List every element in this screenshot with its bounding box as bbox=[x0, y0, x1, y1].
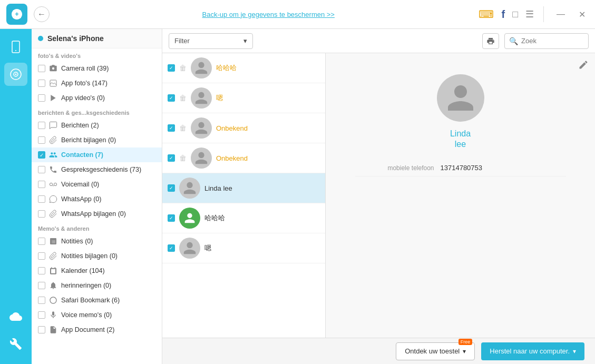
sidebar-item-safari-bookmark[interactable]: Safari Bookmark (6) bbox=[32, 293, 162, 308]
delete-contact-2[interactable]: 🗑 bbox=[179, 94, 187, 102]
checkbox-contact-7[interactable]: ✓ bbox=[168, 244, 175, 252]
sidebar-item-voicemail[interactable]: Voicemail (0) bbox=[32, 177, 162, 192]
restore-chevron-icon: ▾ bbox=[573, 348, 576, 355]
checkbox-app-document[interactable] bbox=[38, 326, 45, 333]
back-button[interactable]: ← bbox=[34, 6, 50, 22]
iconbar-music[interactable] bbox=[4, 63, 27, 86]
contact-row-4[interactable]: ✓ 🗑 Onbekend bbox=[162, 143, 325, 173]
checkbox-herinneringen[interactable] bbox=[38, 282, 45, 289]
avatar-contact-6 bbox=[179, 208, 200, 229]
camera-icon bbox=[48, 64, 58, 73]
video-icon bbox=[48, 93, 58, 103]
sidebar-item-voice-memos[interactable]: Voice memo's (0) bbox=[32, 308, 162, 322]
checkbox-voicemail[interactable] bbox=[38, 181, 45, 188]
contact-row-7[interactable]: ✓ 嗯 bbox=[162, 233, 325, 263]
checkbox-notities[interactable] bbox=[38, 238, 45, 245]
contact-row-1[interactable]: ✓ 🗑 哈哈哈 bbox=[162, 53, 325, 83]
checkbox-app-videos[interactable] bbox=[38, 94, 45, 102]
content-toolbar: Filter ▾ 🔍 bbox=[162, 29, 595, 53]
checkbox-camera-roll[interactable] bbox=[38, 65, 45, 72]
print-button[interactable] bbox=[482, 33, 499, 49]
checkbox-berichten[interactable] bbox=[38, 122, 45, 129]
sidebar-label-app-videos: App video's (0) bbox=[61, 94, 155, 102]
ornament-icon[interactable]: ⌨ bbox=[479, 8, 494, 21]
checkbox-contacten[interactable]: ✓ bbox=[38, 151, 45, 159]
titlebar: + ← Back-up om je gegevens te beschermen… bbox=[0, 0, 595, 29]
device-header: Selena's iPhone bbox=[32, 29, 162, 48]
sidebar-item-contacten[interactable]: ✓ Contacten (7) bbox=[32, 147, 162, 162]
bottom-bar: Free Ontdek uw toestel ▾ Herstel naar uw… bbox=[162, 338, 595, 364]
checkbox-whatsapp-bijlagen[interactable] bbox=[38, 210, 45, 218]
minimize-button[interactable]: — bbox=[553, 7, 568, 21]
discover-button[interactable]: Free Ontdek uw toestel ▾ bbox=[396, 342, 475, 360]
checkbox-contact-6[interactable]: ✓ bbox=[168, 214, 175, 222]
checkbox-bericht-bijlagen[interactable] bbox=[38, 136, 45, 144]
contact-row-5[interactable]: ✓ Linda lee bbox=[162, 173, 325, 203]
sidebar-label-safari-bookmark: Safari Bookmark (6) bbox=[61, 297, 155, 304]
checkbox-contact-4[interactable]: ✓ bbox=[168, 154, 175, 162]
delete-contact-4[interactable]: 🗑 bbox=[179, 154, 187, 162]
checkbox-contact-3[interactable]: ✓ bbox=[168, 124, 175, 132]
bijlagen-icon bbox=[48, 135, 58, 145]
facebook-icon[interactable]: f bbox=[501, 8, 505, 21]
close-button[interactable]: ✕ bbox=[576, 7, 589, 22]
sidebar-item-app-document[interactable]: App Document (2) bbox=[32, 322, 162, 337]
sidebar-item-notities[interactable]: Notities (0) bbox=[32, 234, 162, 249]
edit-contact-button[interactable] bbox=[578, 60, 589, 73]
content-area: Filter ▾ 🔍 ✓ 🗑 bbox=[162, 29, 595, 364]
titlebar-right: ⌨ f □ ☰ — ✕ bbox=[479, 6, 589, 22]
delete-contact-1[interactable]: 🗑 bbox=[179, 64, 187, 72]
backup-link-container: Back-up om je gegevens te beschermen >> bbox=[58, 11, 479, 18]
svg-point-6 bbox=[15, 74, 17, 75]
checkbox-gespreksgeschiedenis[interactable] bbox=[38, 166, 45, 173]
iconbar-tools[interactable] bbox=[4, 332, 27, 356]
sidebar-item-app-fotos[interactable]: App foto's (147) bbox=[32, 76, 162, 91]
checkbox-kalender[interactable] bbox=[38, 267, 45, 274]
sidebar-item-whatsapp-bijlagen[interactable]: WhatsApp bijlagen (0) bbox=[32, 206, 162, 221]
sidebar-label-berichten: Berichten (2) bbox=[61, 122, 155, 129]
checkbox-contact-1[interactable]: ✓ bbox=[168, 64, 175, 72]
sidebar-item-notities-bijlagen[interactable]: Notities bijlagen (0) bbox=[32, 249, 162, 263]
sidebar-item-berichten[interactable]: Berichten (2) bbox=[32, 118, 162, 133]
section-fotos-label: foto's & video's bbox=[32, 48, 162, 61]
section-berichten-label: berichten & ges...ksgeschiedenis bbox=[32, 105, 162, 118]
sidebar-item-gespreksgeschiedenis[interactable]: Gespreksgeschiedenis (73) bbox=[32, 162, 162, 177]
menu-icon[interactable]: ☰ bbox=[525, 8, 534, 20]
main-layout: Selena's iPhone foto's & video's Camera … bbox=[0, 29, 595, 364]
svg-point-3 bbox=[15, 50, 16, 51]
contact-row-2[interactable]: ✓ 🗑 嗯 bbox=[162, 83, 325, 113]
checkbox-whatsapp[interactable] bbox=[38, 195, 45, 203]
backup-link[interactable]: Back-up om je gegevens te beschermen >> bbox=[202, 11, 334, 18]
contact-name-2: 嗯 bbox=[216, 93, 320, 103]
filter-select[interactable]: Filter ▾ bbox=[169, 33, 253, 49]
sidebar-label-app-document: App Document (2) bbox=[61, 326, 155, 333]
iconbar-phone[interactable] bbox=[4, 35, 27, 58]
sidebar-item-whatsapp[interactable]: WhatsApp (0) bbox=[32, 192, 162, 206]
sidebar-item-camera-roll[interactable]: Camera roll (39) bbox=[32, 61, 162, 76]
sidebar-item-bericht-bijlagen[interactable]: Bericht bijlagen (0) bbox=[32, 133, 162, 147]
chat-icon[interactable]: □ bbox=[512, 9, 518, 20]
sidebar-label-whatsapp-bijlagen: WhatsApp bijlagen (0) bbox=[61, 210, 155, 218]
checkbox-voice-memos[interactable] bbox=[38, 311, 45, 319]
contact-row-3[interactable]: ✓ 🗑 Onbekend bbox=[162, 113, 325, 143]
checkbox-notities-bijlagen[interactable] bbox=[38, 252, 45, 260]
sidebar-label-kalender: Kalender (104) bbox=[61, 267, 155, 274]
discover-chevron-icon: ▾ bbox=[463, 348, 466, 355]
checkbox-contact-2[interactable]: ✓ bbox=[168, 94, 175, 102]
contact-row-6[interactable]: ✓ 哈哈哈 bbox=[162, 203, 325, 233]
detail-info: mobiele telefoon 13714780753 bbox=[355, 160, 566, 176]
sidebar-item-app-videos[interactable]: App video's (0) bbox=[32, 91, 162, 105]
delete-contact-3[interactable]: 🗑 bbox=[179, 124, 187, 132]
restore-button[interactable]: Herstel naar uw computer. ▾ bbox=[481, 342, 584, 360]
sidebar-item-herinneringen[interactable]: herinneringen (0) bbox=[32, 278, 162, 293]
kalender-icon bbox=[48, 266, 58, 276]
search-input[interactable] bbox=[521, 37, 595, 45]
app-logo: + bbox=[6, 4, 27, 25]
checkbox-contact-5[interactable]: ✓ bbox=[168, 184, 175, 192]
sidebar-item-kalender[interactable]: Kalender (104) bbox=[32, 263, 162, 278]
device-indicator bbox=[38, 36, 43, 41]
checkbox-safari-bookmark[interactable] bbox=[38, 297, 45, 304]
iconbar-cloud[interactable] bbox=[4, 305, 27, 328]
titlebar-separator bbox=[543, 6, 544, 22]
checkbox-app-fotos[interactable] bbox=[38, 80, 45, 87]
